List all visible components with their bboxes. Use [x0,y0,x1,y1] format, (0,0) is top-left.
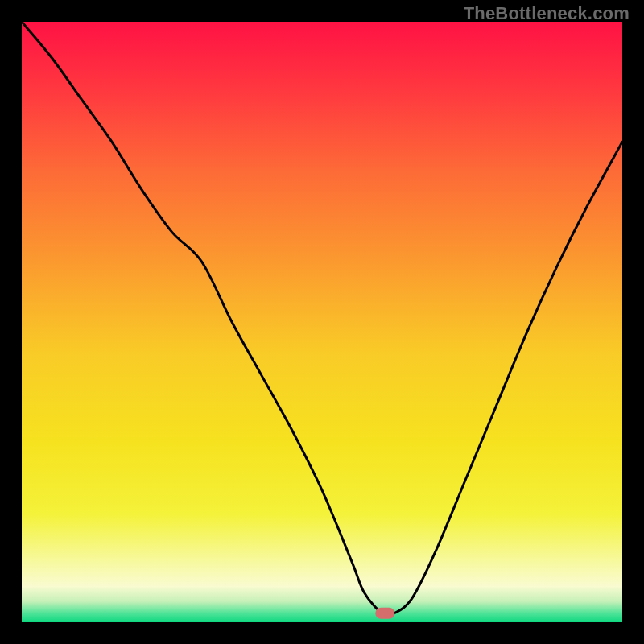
watermark-text: TheBottleneck.com [464,3,630,24]
chart-frame: TheBottleneck.com [0,0,644,644]
bottleneck-chart [22,22,622,622]
optimal-point-marker [375,608,394,619]
plot-area [22,22,622,622]
